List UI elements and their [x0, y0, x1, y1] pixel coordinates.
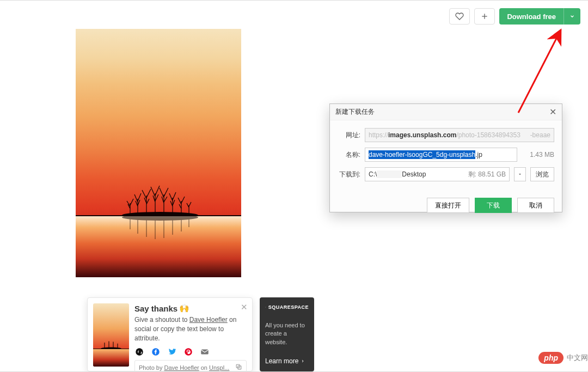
pinterest-icon[interactable] [183, 347, 193, 357]
url-label: 网址: [338, 131, 360, 140]
watermark-badge: php 中文网 [538, 352, 588, 364]
download-free-button[interactable]: Download free [499, 8, 580, 25]
attribution-box: Photo by Dave Hoefler on Unspl... [134, 360, 247, 372]
browse-button[interactable]: 浏览 [530, 167, 554, 181]
cancel-button[interactable]: 取消 [517, 198, 554, 213]
php-logo: php [538, 352, 564, 364]
like-button[interactable] [449, 8, 470, 25]
dest-label: 下载到: [338, 170, 360, 179]
author-link[interactable]: Dave Hoefler [189, 316, 228, 324]
svg-point-4 [101, 347, 121, 349]
main-photo[interactable] [76, 29, 241, 277]
facebook-icon[interactable] [151, 347, 161, 357]
caret-down-icon [518, 172, 522, 176]
pray-icon: 🙌 [179, 303, 189, 313]
email-icon[interactable] [200, 347, 210, 357]
add-to-collection-button[interactable] [474, 8, 495, 25]
twitter-icon[interactable] [167, 347, 177, 357]
svg-point-2 [122, 212, 198, 216]
plus-icon [480, 12, 489, 21]
filesize-text: 1.43 MB [522, 151, 554, 158]
download-button[interactable]: 下载 [475, 198, 512, 213]
squarespace-logo-icon [265, 304, 266, 310]
svg-point-5 [136, 349, 143, 356]
squarespace-ad[interactable]: SQUARESPACE All you need to create a web… [260, 297, 314, 371]
svg-line-11 [518, 30, 561, 113]
squarespace-brand: SQUARESPACE [265, 304, 309, 310]
squarespace-tagline: All you need to create a website. [265, 321, 309, 346]
attrib-author-link[interactable]: Dave Hoefler [164, 364, 199, 371]
close-thanks-button[interactable]: ✕ [241, 302, 248, 312]
dialog-title: 新建下载任务 [335, 107, 375, 117]
chevron-down-icon [569, 14, 575, 19]
heart-icon [455, 12, 464, 21]
download-free-label: Download free [499, 13, 564, 21]
share-link-icon[interactable] [134, 347, 144, 357]
chevron-right-icon [301, 359, 305, 363]
open-directly-button[interactable]: 直接打开 [427, 198, 469, 213]
thanks-title: Say thanks🙌 [134, 303, 247, 313]
name-label: 名称: [338, 150, 360, 160]
squarespace-learn-more[interactable]: Learn more [265, 357, 309, 365]
dialog-close-button[interactable]: ✕ [549, 107, 556, 117]
download-options-toggle[interactable] [564, 8, 580, 25]
photo-content [119, 182, 201, 216]
filename-field[interactable]: dave-hoefler-lsoogGC_5dg-unsplash.jp [365, 148, 517, 162]
url-field[interactable]: https://images.unsplash.com/photo-158634… [365, 128, 554, 142]
copy-attrib-button[interactable] [235, 363, 242, 371]
dest-dropdown-button[interactable] [514, 167, 526, 181]
thanks-thumbnail [93, 303, 129, 367]
dest-field[interactable]: C:\Desktop 剩: 88.51 GB [365, 167, 510, 181]
svg-rect-8 [201, 350, 209, 355]
download-dialog: 新建下载任务 ✕ 网址: https://images.unsplash.com… [329, 103, 562, 212]
svg-point-3 [122, 216, 198, 221]
php-site-text: 中文网 [567, 353, 588, 363]
say-thanks-card: ✕ Say thanks🙌 Give a shoutout to Dave Ho… [87, 297, 253, 371]
attrib-site-link[interactable]: Unspl... [209, 364, 229, 371]
thanks-text: Give a shoutout to Dave Hoefler on socia… [134, 315, 247, 343]
copy-icon [235, 363, 242, 370]
svg-point-7 [185, 349, 192, 356]
redacted-path [377, 170, 402, 178]
